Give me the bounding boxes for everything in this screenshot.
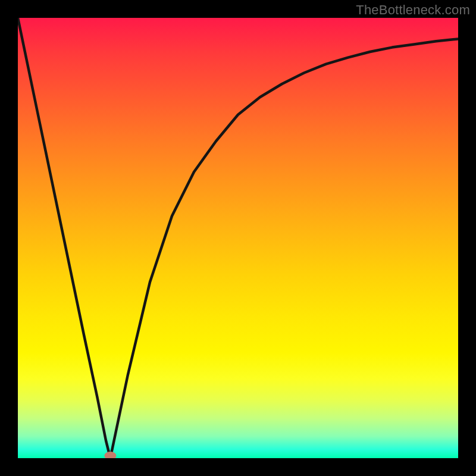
plot-area <box>18 18 458 458</box>
bottleneck-curve <box>18 18 458 458</box>
minimum-marker <box>104 452 116 458</box>
attribution-text: TheBottleneck.com <box>356 2 470 18</box>
curve-svg <box>18 18 458 458</box>
chart-frame: TheBottleneck.com <box>0 0 476 476</box>
